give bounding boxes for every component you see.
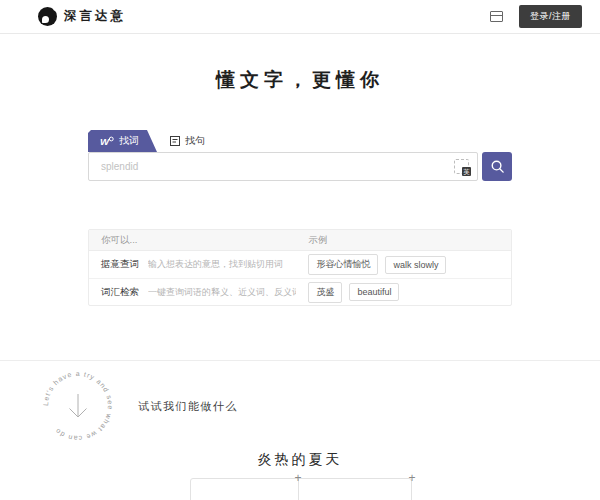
client-window-icon[interactable] <box>490 11 503 22</box>
tab-find-sentences-label: 找句 <box>185 134 205 148</box>
tab-find-words-label: 找词 <box>119 134 139 148</box>
help-table-header: 你可以... 示例 <box>89 230 511 251</box>
section-divider <box>0 360 600 361</box>
down-arrow-icon <box>65 391 91 421</box>
brand[interactable]: 深言达意 <box>38 7 126 26</box>
top-bar: 深言达意 登录/注册 <box>0 0 600 34</box>
example-tag[interactable]: 形容心情愉悦 <box>308 254 378 275</box>
page-title: 懂文字，更懂你 <box>0 67 600 93</box>
help-table: 你可以... 示例 据意查词 输入想表达的意思，找到贴切用词 形容心情愉悦 wa… <box>88 229 512 306</box>
language-badge: 英 <box>462 167 471 176</box>
try-label: 试试我们能做什么 <box>138 399 238 414</box>
header-you-can: 你可以... <box>89 234 308 247</box>
table-row-vocab-search: 词汇检索 一键查询词语的释义、近义词、反义词、联想词等 茂盛 beautiful <box>89 278 511 305</box>
demo-cards: + + <box>190 478 412 500</box>
tab-find-words[interactable]: W 找词 <box>88 130 157 152</box>
search-input[interactable] <box>88 152 478 181</box>
feature-description: 输入想表达的意思，找到贴切用词 <box>148 258 283 271</box>
find-sentences-icon <box>170 136 180 146</box>
search-bar: 英 <box>88 152 512 181</box>
example-tag[interactable]: beautiful <box>349 283 399 301</box>
search-icon <box>490 159 505 174</box>
svg-text:W: W <box>100 136 110 146</box>
example-tag[interactable]: walk slowly <box>385 256 446 274</box>
demo-phrase-title: 炎热的夏天 <box>0 451 600 469</box>
example-tag[interactable]: 茂盛 <box>308 282 342 303</box>
find-words-icon: W <box>100 136 114 146</box>
try-section: Let's have a try and see what we can do … <box>38 365 600 447</box>
search-button[interactable] <box>482 152 512 181</box>
search-section: W 找词 找句 英 <box>88 130 512 181</box>
plus-mark: + <box>408 472 415 484</box>
feature-name: 据意查词 <box>101 258 139 271</box>
tab-find-sentences[interactable]: 找句 <box>157 130 218 152</box>
login-register-button[interactable]: 登录/注册 <box>519 5 582 28</box>
feature-description: 一键查询词语的释义、近义词、反义词、联想词等 <box>148 286 296 299</box>
feature-name: 词汇检索 <box>101 286 139 299</box>
brand-logo-icon <box>38 7 57 26</box>
plus-mark: + <box>294 472 301 484</box>
search-tabs: W 找词 找句 <box>88 130 512 152</box>
brand-name: 深言达意 <box>64 8 126 25</box>
header-example: 示例 <box>308 234 511 247</box>
top-right-actions: 登录/注册 <box>490 5 582 28</box>
table-row-query-by-meaning: 据意查词 输入想表达的意思，找到贴切用词 形容心情愉悦 walk slowly <box>89 251 511 278</box>
language-toggle-icon[interactable]: 英 <box>454 159 469 174</box>
